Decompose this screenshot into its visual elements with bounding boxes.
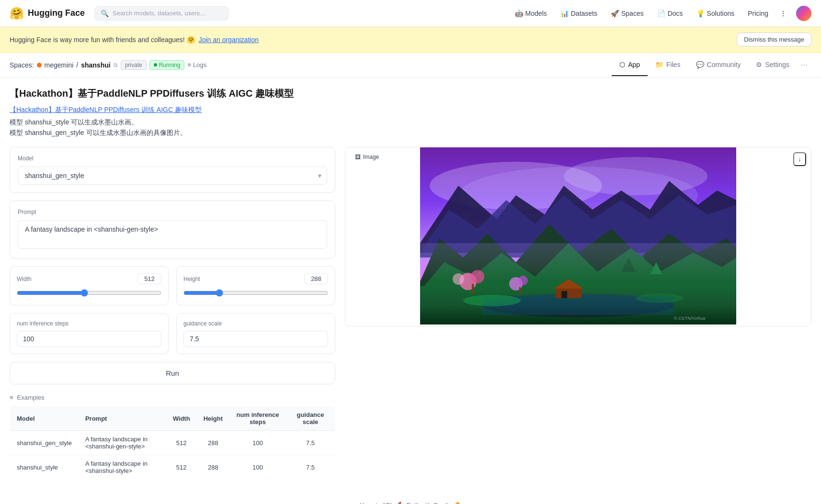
table-row[interactable]: shanshui_gen_style A fantasy landscape i…	[10, 431, 335, 455]
svg-rect-14	[472, 284, 474, 293]
width-label: Width	[17, 276, 32, 282]
nav-docs-label: Docs	[668, 10, 683, 17]
search-bar[interactable]: 🔍 Search models, datasets, users...	[94, 6, 228, 21]
examples-table: Model Prompt Width Height num inference …	[10, 406, 335, 480]
nav-more-button[interactable]: ⋮	[776, 7, 790, 20]
docs-icon: 📄	[657, 10, 665, 17]
copy-icon[interactable]: ⧉	[114, 62, 118, 68]
height-value: 288	[304, 273, 328, 284]
model-select[interactable]: shanshui_gen_style shanshui_style	[18, 167, 327, 185]
num-steps-input[interactable]	[17, 331, 161, 347]
examples-toggle-icon: ≡	[10, 394, 13, 401]
controls-panel: Model shanshui_gen_style shanshui_style …	[10, 147, 335, 480]
guidance-group: guidance scale	[176, 313, 335, 354]
logs-button[interactable]: ≡ Logs	[187, 61, 206, 68]
height-slider[interactable]	[183, 289, 328, 297]
examples-toggle[interactable]: ≡ Examples	[10, 394, 335, 401]
row2-height: 288	[197, 455, 229, 480]
dataset-icon: 📊	[560, 10, 569, 17]
tab-app-label: App	[628, 61, 640, 68]
nav-models-label: Models	[525, 10, 547, 17]
col-guidance: guidance scale	[286, 406, 335, 431]
join-org-link[interactable]: Join an organization	[199, 36, 259, 44]
nav-solutions[interactable]: 💡 Solutions	[691, 7, 741, 20]
nav-solutions-label: Solutions	[707, 10, 735, 17]
visibility-badge: private	[121, 60, 147, 70]
tab-files-label: Files	[666, 61, 681, 68]
sliders-row: Width 512 Height 288	[10, 266, 335, 305]
row2-prompt: A fantasy landscape in <shanshui-style>	[79, 455, 166, 480]
more-options-button[interactable]: ⋯	[797, 55, 811, 76]
tab-app[interactable]: ⬡ App	[612, 54, 648, 76]
community-icon: 💬	[696, 61, 704, 68]
solutions-icon: 💡	[696, 10, 705, 17]
prompt-input[interactable]	[18, 220, 327, 249]
main-nav: 🤖 Models 📊 Datasets 🚀 Spaces 📄 Docs 💡 So…	[509, 6, 811, 21]
hackathon-link[interactable]: 【Hackathon】基于PaddleNLP PPDiffusers 训练 AI…	[10, 106, 811, 114]
image-panel: 🖼 Image ↓	[345, 147, 811, 480]
page-title: 【Hackathon】基于PaddleNLP PPDiffusers 训练 AI…	[10, 87, 811, 100]
main-content: 【Hackathon】基于PaddleNLP PPDiffusers 训练 AI…	[0, 78, 821, 489]
nav-pricing[interactable]: Pricing	[742, 7, 774, 20]
desc-text-1: 模型 shanshui_style 可以生成水墨山水画。	[10, 118, 811, 127]
model-label: Model	[18, 155, 327, 162]
row2-guidance: 7.5	[286, 455, 335, 480]
logo[interactable]: 🤗 Hugging Face	[10, 7, 85, 20]
user-avatar[interactable]	[796, 6, 811, 21]
app-icon: ⬡	[619, 61, 625, 68]
image-label: 🖼 Image	[350, 152, 384, 162]
nav-datasets[interactable]: 📊 Datasets	[555, 7, 603, 20]
logs-icon: ≡	[187, 61, 191, 68]
built-text: Built with Gradio	[407, 502, 452, 504]
prompt-label: Prompt	[18, 209, 327, 215]
width-slider[interactable]	[17, 289, 161, 297]
dismiss-button[interactable]: Dismiss this message	[737, 33, 811, 46]
guidance-label: guidance scale	[183, 320, 328, 327]
model-icon: 🤖	[515, 10, 523, 17]
row2-steps: 100	[229, 455, 286, 480]
col-height: Height	[197, 406, 229, 431]
breadcrumb: Spaces: megemini / shanshui ⧉ private Ru…	[10, 60, 206, 70]
svg-rect-17	[519, 287, 521, 294]
download-button[interactable]: ↓	[793, 152, 806, 166]
tab-community[interactable]: 💬 Community	[688, 54, 749, 76]
height-slider-group: Height 288	[176, 266, 335, 305]
nav-spaces[interactable]: 🚀 Spaces	[605, 7, 650, 20]
tab-settings[interactable]: ⚙ Settings	[748, 54, 797, 76]
breadcrumb-spaces: Spaces: megemini / shanshui ⧉	[10, 61, 118, 69]
banner-text: Hugging Face is way more fun with friend…	[10, 36, 195, 44]
width-slider-header: Width 512	[17, 273, 161, 284]
svg-rect-19	[556, 289, 582, 298]
files-icon: 📁	[655, 61, 663, 68]
logo-text: Hugging Face	[28, 8, 85, 18]
svg-point-26	[636, 293, 684, 303]
run-button[interactable]: Run	[10, 362, 335, 384]
gradio-icon: 🔶	[454, 502, 461, 504]
breadcrumb-separator: /	[76, 61, 78, 69]
settings-icon: ⚙	[756, 61, 762, 68]
nav-models[interactable]: 🤖 Models	[509, 7, 553, 20]
tab-files[interactable]: 📁 Files	[648, 54, 688, 76]
running-dot	[154, 63, 157, 67]
space-name[interactable]: shanshui	[81, 61, 110, 69]
col-prompt: Prompt	[79, 406, 166, 431]
logo-emoji: 🤗	[10, 7, 24, 20]
width-value: 512	[137, 273, 161, 284]
nav-docs[interactable]: 📄 Docs	[651, 7, 689, 20]
svg-rect-24	[420, 243, 736, 281]
table-row[interactable]: shanshui_style A fantasy landscape in <s…	[10, 455, 335, 480]
username-link[interactable]: megemini	[45, 61, 74, 69]
footer: Use via API 🚀 · Built with Gradio 🔶	[0, 494, 821, 504]
height-label: Height	[183, 276, 200, 282]
examples-section: ≡ Examples Model Prompt Width Height num…	[10, 394, 335, 480]
row1-steps: 100	[229, 431, 286, 455]
user-avatar-dot	[37, 63, 42, 67]
col-model: Model	[10, 406, 79, 431]
image-container: 🖼 Image ↓	[345, 147, 811, 326]
guidance-input[interactable]	[183, 331, 328, 347]
spaces-icon: 🚀	[611, 10, 619, 17]
tab-settings-label: Settings	[765, 61, 789, 68]
height-slider-header: Height 288	[183, 273, 328, 284]
svg-point-25	[463, 295, 521, 306]
model-section: Model shanshui_gen_style shanshui_style …	[10, 147, 335, 193]
